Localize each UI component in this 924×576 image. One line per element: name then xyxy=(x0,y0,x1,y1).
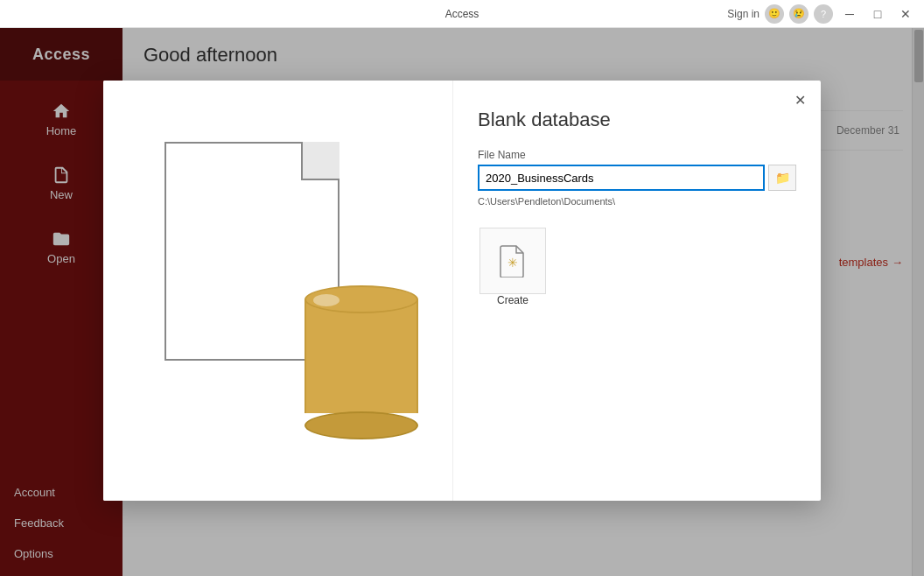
database-cylinder xyxy=(304,285,418,439)
modal-preview xyxy=(103,81,453,501)
browse-button[interactable]: 📁 xyxy=(768,165,796,191)
cylinder-top xyxy=(304,285,418,313)
modal-title: Blank database xyxy=(478,109,796,131)
blank-database-modal: ✕ xyxy=(103,81,821,501)
create-file-icon: ✳ xyxy=(499,244,527,277)
cylinder-bottom xyxy=(304,411,418,439)
help-icon: ? xyxy=(814,4,833,24)
cylinder-highlight xyxy=(313,294,340,306)
maximize-button[interactable]: □ xyxy=(866,3,889,25)
file-path: C:\Users\Pendleton\Documents\ xyxy=(478,196,796,207)
create-button[interactable]: ✳ xyxy=(480,228,546,294)
cylinder-body xyxy=(304,299,418,413)
page-fold-corner xyxy=(301,142,340,180)
svg-text:✳: ✳ xyxy=(508,256,518,270)
create-button-label: Create xyxy=(497,294,528,306)
file-name-input[interactable] xyxy=(478,165,765,191)
file-name-row: 📁 xyxy=(478,165,796,191)
close-button[interactable]: ✕ xyxy=(894,3,917,25)
signin-link[interactable]: Sign in xyxy=(727,8,760,20)
modal-body: Blank database File Name 📁 C:\Users\Pend… xyxy=(103,81,821,501)
title-bar: Access Sign in 🙂 😢 ? ─ □ ✕ xyxy=(0,0,924,28)
preview-illustration xyxy=(130,124,427,457)
modal-close-button[interactable]: ✕ xyxy=(789,89,810,110)
create-btn-container: ✳ Create xyxy=(478,228,548,306)
modal-overlay: ✕ xyxy=(0,28,924,576)
smiley-icon: 🙂 xyxy=(765,4,784,24)
sad-icon: 😢 xyxy=(789,4,808,24)
close-icon: ✕ xyxy=(794,92,806,109)
minimize-button[interactable]: ─ xyxy=(838,3,861,25)
file-name-label: File Name xyxy=(478,149,796,161)
title-bar-controls: Sign in 🙂 😢 ? ─ □ ✕ xyxy=(727,3,917,25)
modal-right: Blank database File Name 📁 C:\Users\Pend… xyxy=(453,81,821,501)
folder-browse-icon: 📁 xyxy=(775,171,790,185)
app-title: Access xyxy=(445,8,480,20)
